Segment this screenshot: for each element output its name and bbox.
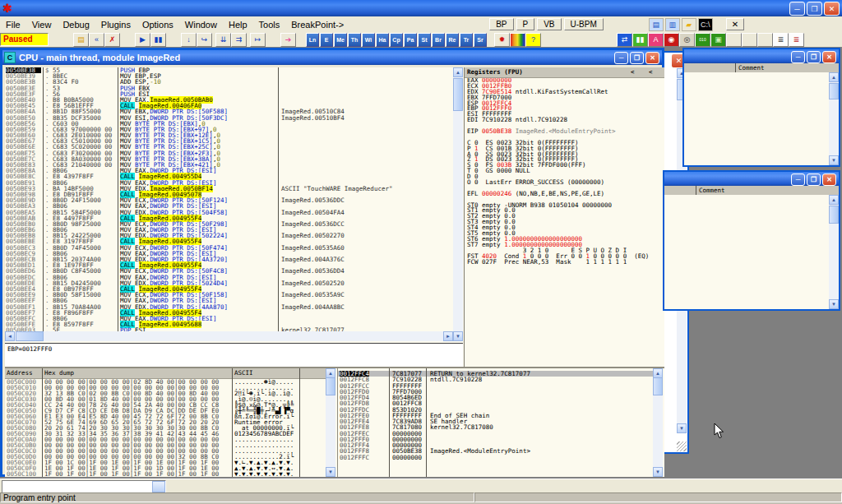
minimize-button[interactable]: ─ (614, 52, 628, 64)
menu-item-window[interactable]: Window (179, 18, 223, 31)
stack-row[interactable]: 0012FFC47C817077RETURN to kernel32.7C817… (338, 371, 654, 377)
pane-button-ha[interactable]: Ha (376, 33, 389, 47)
list2-icon[interactable]: ≣ (789, 33, 804, 47)
command-combobox[interactable] (2, 480, 166, 493)
list-icon[interactable]: ≣ (773, 33, 789, 47)
pane-button-tr[interactable]: Tr (460, 33, 473, 47)
chevron-down-icon[interactable] (152, 481, 165, 492)
cpu-titlebar[interactable]: C CPU - main thread, module ImageRed ─❐✕ (2, 50, 662, 65)
scroll-up-button[interactable]: ▲ (829, 72, 839, 82)
disasm-row[interactable]: 0050BE9D.8B0D 24F15000MOV ECX,DWORD PTR … (5, 197, 453, 203)
stack-row[interactable]: 0012FFE87C817080kernel32.7C817080 (338, 424, 654, 430)
dump-pane[interactable]: Address Hex dump ASCII 0050C00000 00 00 … (5, 368, 326, 477)
stack-row[interactable]: 0012FFCCFFFFFFFF (338, 383, 654, 389)
stack-vscrollbar[interactable]: ▲ ▼ (653, 368, 663, 477)
comment-window-1-scrollbar[interactable]: ▲ ▼ (829, 72, 839, 165)
maximize-button[interactable]: ❐ (807, 173, 821, 186)
scroll-right-button[interactable]: ► (443, 331, 453, 341)
close-button[interactable]: ✕ (822, 173, 836, 186)
disasm-row[interactable]: 0050BEFE.E8 8597F8FFCALL ImageRed.004956… (5, 321, 453, 327)
green-pause-icon[interactable]: ▮▮ (632, 33, 648, 47)
minimize-button[interactable]: ─ (791, 173, 805, 186)
comment-window-1-titlebar[interactable]: ─❐✕ (684, 49, 839, 63)
binary-icon[interactable]: 010 (695, 33, 710, 47)
execute-till-return-icon[interactable]: ↦ (250, 33, 266, 47)
blank-button-1[interactable] (726, 33, 742, 47)
blank-button-2[interactable] (742, 33, 757, 47)
close-button[interactable]: ✕ (645, 52, 659, 64)
scroll-down-button[interactable]: ▼ (453, 331, 463, 341)
register-line[interactable]: EDI 7C910228 ntdll.7C910228 (465, 118, 664, 123)
disasm-row[interactable]: 0050BEE9.8B0D 58F15000MOV ECX,DWORD PTR … (5, 292, 453, 298)
scroll-left-button[interactable]: ◄ (5, 331, 15, 341)
comment-window-2-titlebar[interactable]: ─❐✕ (664, 172, 839, 186)
comment-window-2-scrollbar[interactable]: ▲ ▼ (829, 195, 839, 309)
pane-button-st[interactable]: St (418, 33, 431, 47)
restart-icon[interactable]: « (89, 33, 104, 47)
disasm-row[interactable]: 0050BE38$55PUSH EBP (5, 67, 453, 73)
letter-a-icon[interactable]: A (648, 33, 664, 47)
stack-row[interactable]: 0012FFF80050BE38ImageRed.<ModuleEntryPoi… (338, 448, 654, 454)
goto-icon[interactable]: ➔ (280, 33, 296, 47)
disasm-row[interactable]: 0050BEF7.E8 F896F8FFCALL ImageRed.004955… (5, 310, 453, 316)
plugin-button-ubpm[interactable]: U-BPM (564, 18, 604, 30)
pane-button-cp[interactable]: Cp (390, 33, 403, 47)
swap-arrows-icon[interactable]: ⇄ (617, 33, 632, 47)
menu-item-options[interactable]: Options (136, 18, 179, 31)
pane-button-br[interactable]: Br (432, 33, 445, 47)
disasm-row[interactable]: 0050BED6.8B0D C8F45000MOV ECX,DWORD PTR … (5, 268, 453, 274)
disassembly-pane[interactable]: 0050BE38$55PUSH EBP0050BE39.8BECMOV EBP,… (5, 67, 453, 331)
pane-button-sr[interactable]: Sr (474, 33, 487, 47)
plugin-button-vb[interactable]: VB (537, 18, 561, 30)
plugin-close-button[interactable]: ✕ (726, 18, 744, 30)
menu-item-view[interactable]: View (26, 18, 58, 31)
plugin-button-p[interactable]: P (516, 18, 535, 30)
menu-item-debug[interactable]: Debug (57, 18, 95, 31)
help-icon[interactable]: ? (525, 33, 541, 47)
pane-button-th[interactable]: Th (348, 33, 361, 47)
close-process-icon[interactable]: ✗ (104, 33, 120, 47)
window-icon[interactable]: ▤ (649, 18, 664, 31)
stack-row[interactable]: 0012FFD48054B6ED (338, 395, 654, 400)
scroll-down-button[interactable]: ▼ (326, 467, 335, 477)
blank-button-3[interactable] (757, 33, 773, 47)
disassembly-hscrollbar[interactable]: ◄ ► (5, 331, 453, 341)
comment-window-1-body[interactable]: ▲ ▼ (684, 72, 839, 165)
stack-pane[interactable]: 0012FFC47C817077RETURN to kernel32.7C817… (337, 368, 654, 477)
disasm-row[interactable]: 0050BE8C.E8 4397F8FFCALL ImageRed.004955… (5, 173, 453, 179)
scroll-up-button[interactable]: ▲ (829, 195, 839, 205)
disasm-row[interactable]: 0050BEB0.8B0D 98F25000MOV ECX,DWORD PTR … (5, 221, 453, 227)
resize-grip[interactable] (677, 442, 687, 451)
close-button[interactable]: ✕ (824, 2, 840, 16)
step-into-icon[interactable]: ↓ (181, 33, 197, 47)
register-line[interactable]: EFL 00000246 (NO,NB,E,BE,NS,PE,GE,LE) (465, 192, 664, 197)
menu-item-plugins[interactable]: Plugins (95, 18, 136, 31)
minimize-button[interactable]: ─ (789, 2, 805, 16)
stack-row[interactable]: 0012FFDC853D1020 (338, 407, 654, 413)
stack-row[interactable]: 0012FFE47C839AD8SE handler (338, 418, 654, 424)
scroll-down-button[interactable]: ▼ (829, 155, 839, 165)
maximize-button[interactable]: ❐ (807, 2, 822, 16)
collapse-icon[interactable]: < (631, 67, 635, 77)
spiral-icon[interactable]: ◎ (679, 33, 695, 47)
maximize-button[interactable]: ❐ (630, 52, 644, 64)
step-over-icon[interactable]: ↪ (197, 33, 212, 47)
register-line[interactable]: EIP 0050BE38 ImageRed.<ModuleEntryPoint> (465, 129, 664, 135)
menu-item-file[interactable]: File (0, 18, 26, 31)
animate-over-icon[interactable]: ⇉ (231, 33, 247, 47)
folder-icon[interactable]: ▰ (682, 18, 696, 31)
stack-row[interactable]: 0012FFFC00000000 (338, 455, 654, 460)
dump-row[interactable]: 0050C1001F 00 1F 00|1F 00 1F 00|1F 00 1F… (5, 471, 326, 477)
disassembly-vscrollbar[interactable]: ▲ ▼ (453, 67, 463, 341)
pane-button-wi[interactable]: Wi (362, 33, 375, 47)
pause-icon[interactable]: ▮▮ (150, 33, 166, 47)
pane-button-e[interactable]: E (320, 33, 333, 47)
window2-icon[interactable]: ▥ (665, 18, 680, 31)
disasm-row[interactable]: 0050BEC3.8B0D 74F45000MOV ECX,DWORD PTR … (5, 245, 453, 251)
scroll-down-button[interactable]: ▼ (653, 467, 663, 477)
console-icon[interactable]: C:\ (698, 18, 713, 31)
frame-icon[interactable]: ▣ (710, 33, 726, 47)
pane-button-ln[interactable]: Ln (306, 33, 319, 47)
stack-row[interactable]: 0012FFC87C910228ntdll.7C910228 (338, 377, 654, 382)
run-icon[interactable]: ▶ (135, 33, 150, 47)
